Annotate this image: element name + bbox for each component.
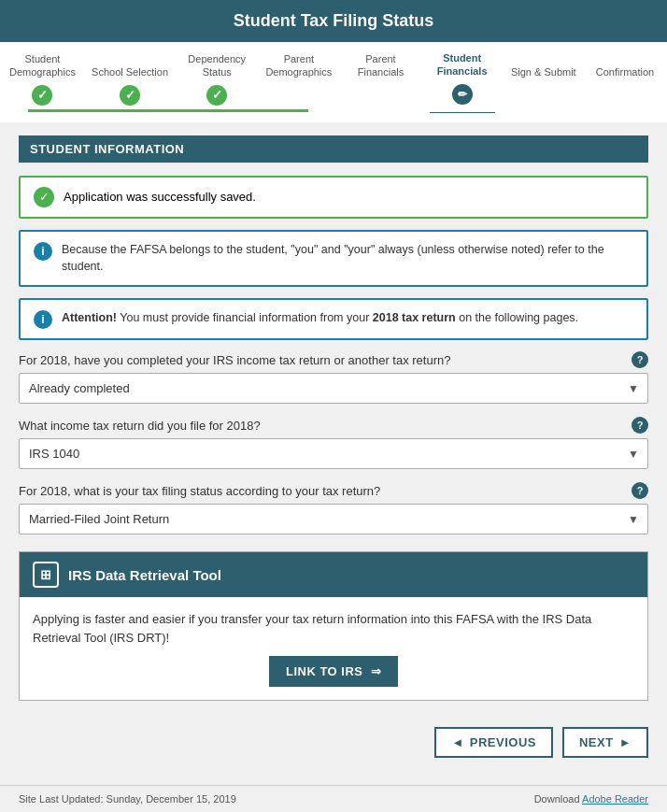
irs-tool-header: ⊞ IRS Data Retrieval Tool	[20, 552, 647, 597]
next-button[interactable]: NEXT ►	[562, 727, 648, 758]
progress-connector	[28, 109, 308, 112]
irs-tool-description: Applying is faster and easier if you tra…	[33, 610, 634, 647]
form-label-2: What income tax return did you file for …	[19, 419, 261, 433]
next-label: NEXT	[579, 735, 614, 749]
link-to-irs-arrow-icon: ⇒	[371, 664, 382, 678]
info-text-1: Because the FAFSA belongs to the student…	[62, 241, 633, 277]
previous-label: PREVIOUS	[470, 735, 536, 749]
no-icon-parent-demographics	[289, 85, 309, 106]
nav-label-sign-submit: Sign & Submit	[511, 65, 576, 78]
info2-bold: 2018 tax return	[373, 311, 456, 324]
info-alert-1: i Because the FAFSA belongs to the stude…	[19, 230, 648, 288]
success-icon: ✓	[34, 187, 54, 207]
section-title: STUDENT INFORMATION	[30, 142, 184, 156]
irs-tool-box: ⊞ IRS Data Retrieval Tool Applying is fa…	[19, 551, 648, 701]
form-label-1: For 2018, have you completed your IRS in…	[19, 353, 450, 367]
info2-suffix: on the following pages.	[459, 311, 578, 324]
no-icon-parent-financials	[370, 85, 390, 106]
page-footer: Site Last Updated: Sunday, December 15, …	[0, 785, 667, 812]
form-field-2: What income tax return did you file for …	[19, 417, 648, 469]
form-field-3: For 2018, what is your tax filing status…	[19, 482, 648, 534]
nav-label-parent-demographics: ParentDemographics	[265, 52, 332, 79]
form-select-3[interactable]: Single Married-Filed Joint Return Marrie…	[19, 504, 648, 534]
irs-tool-body: Applying is faster and easier if you tra…	[20, 597, 647, 700]
link-to-irs-button[interactable]: LINK TO IRS ⇒	[269, 656, 398, 687]
success-message: Application was successfully saved.	[64, 190, 256, 204]
page-title: Student Tax Filing Status	[234, 11, 434, 30]
form-select-1[interactable]: Already completed Will file Not going to…	[19, 373, 648, 404]
help-icon-2[interactable]: ?	[632, 417, 648, 434]
download-text: Download Adobe Reader	[534, 793, 648, 805]
form-label-row-1: For 2018, have you completed your IRS in…	[19, 351, 648, 368]
download-label: Download	[534, 793, 582, 805]
info-alert-2: i Attention! You must provide financial …	[19, 298, 648, 340]
form-label-3: For 2018, what is your tax filing status…	[19, 484, 380, 498]
section-header: STUDENT INFORMATION	[19, 135, 648, 163]
form-label-row-3: For 2018, what is your tax filing status…	[19, 482, 648, 499]
irs-link-container: LINK TO IRS ⇒	[33, 647, 634, 687]
form-label-row-2: What income tax return did you file for …	[19, 417, 648, 434]
nav-label-school-selection: School Selection	[92, 65, 168, 78]
check-icon-student-demographics: ✓	[32, 85, 52, 106]
info2-body: You must provide financial information f…	[120, 311, 373, 324]
form-select-2[interactable]: IRS 1040 IRS 1040A IRS 1040EZ Foreign Ta…	[19, 438, 648, 469]
irs-tool-title: IRS Data Retrieval Tool	[68, 567, 221, 583]
progress-nav: StudentDemographics ✓ School Selection ✓…	[0, 42, 667, 113]
help-icon-1[interactable]: ?	[632, 351, 648, 368]
pencil-icon-student-financials: ✏	[452, 84, 473, 105]
nav-label-parent-financials: ParentFinancials	[358, 52, 404, 79]
no-icon-sign-submit	[533, 85, 554, 106]
nav-item-parent-demographics[interactable]: ParentDemographics	[265, 52, 332, 113]
success-alert: ✓ Application was successfully saved.	[19, 176, 648, 219]
nav-item-confirmation[interactable]: Confirmation	[592, 65, 658, 112]
info-icon-1: i	[34, 242, 52, 261]
form-select-wrapper-2: IRS 1040 IRS 1040A IRS 1040EZ Foreign Ta…	[19, 438, 648, 469]
no-icon-confirmation	[615, 85, 635, 106]
link-to-irs-label: LINK TO IRS	[286, 664, 363, 678]
previous-arrow-icon: ◄	[451, 735, 463, 749]
nav-buttons: ◄ PREVIOUS NEXT ►	[19, 718, 648, 758]
check-icon-dependency-status: ✓	[206, 85, 227, 106]
info-text-2: Attention! You must provide financial in…	[62, 309, 578, 327]
main-content: STUDENT INFORMATION ✓ Application was su…	[0, 122, 667, 785]
check-icon-school-selection: ✓	[120, 85, 140, 106]
form-field-1: For 2018, have you completed your IRS in…	[19, 351, 648, 404]
nav-label-student-demographics: StudentDemographics	[9, 52, 76, 79]
form-select-wrapper-3: Single Married-Filed Joint Return Marrie…	[19, 504, 648, 534]
nav-item-sign-submit[interactable]: Sign & Submit	[511, 65, 576, 112]
nav-item-student-demographics[interactable]: StudentDemographics ✓	[9, 52, 76, 113]
adobe-reader-link[interactable]: Adobe Reader	[582, 793, 648, 805]
form-select-wrapper-1: Already completed Will file Not going to…	[19, 373, 648, 404]
nav-item-student-financials[interactable]: StudentFinancials ✏	[430, 51, 495, 115]
info-icon-2: i	[34, 310, 52, 329]
page-wrapper: Student Tax Filing Status StudentDemogra…	[0, 0, 667, 812]
nav-item-dependency-status[interactable]: DependencyStatus ✓	[184, 52, 249, 113]
nav-item-parent-financials[interactable]: ParentFinancials	[348, 52, 413, 113]
previous-button[interactable]: ◄ PREVIOUS	[434, 727, 553, 758]
last-updated-text: Site Last Updated: Sunday, December 15, …	[19, 793, 236, 805]
page-header: Student Tax Filing Status	[0, 0, 667, 42]
nav-label-dependency-status: DependencyStatus	[188, 52, 246, 79]
help-icon-3[interactable]: ?	[632, 482, 648, 499]
nav-label-student-financials: StudentFinancials	[437, 51, 488, 78]
attention-label: Attention!	[62, 311, 117, 324]
irs-tool-icon: ⊞	[33, 562, 59, 588]
nav-label-confirmation: Confirmation	[596, 65, 654, 78]
nav-item-school-selection[interactable]: School Selection ✓	[92, 65, 168, 112]
next-arrow-icon: ►	[619, 735, 632, 749]
